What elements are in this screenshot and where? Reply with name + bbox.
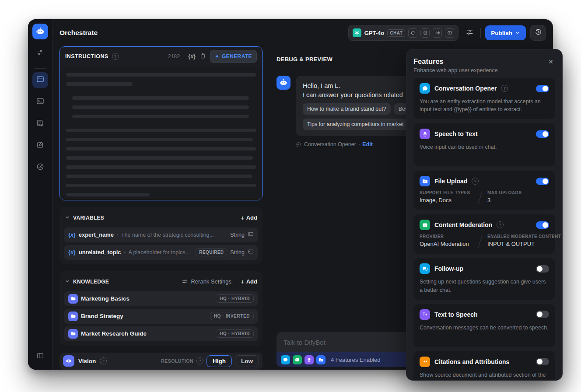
knowledge-section: KNOWLEDGE Rerank Settings +Add Mark [60, 271, 262, 346]
generate-label: GENERATE [222, 53, 252, 60]
knowledge-row[interactable]: Market Research Guide HQ · HYBRID [64, 326, 258, 341]
add-label: Add [246, 214, 257, 221]
chevron-down-icon[interactable] [65, 214, 70, 222]
divider [184, 53, 184, 60]
features-panel-subtitle: Enhance web app user experience [413, 67, 498, 74]
gauge-icon [36, 162, 45, 173]
sidebar-item-annotations[interactable] [32, 138, 48, 154]
sidebar-item-logs[interactable] [32, 116, 48, 132]
conversation-opener-mini-icon [281, 355, 290, 364]
speech-to-text-toggle[interactable] [536, 130, 549, 138]
conversation-opener-toggle[interactable] [536, 85, 549, 92]
feature-card-citations: Citations and Attributions Show source d… [413, 351, 555, 381]
separator-dot [117, 234, 118, 235]
folder-icon [68, 312, 78, 321]
publish-button[interactable]: Publish [485, 25, 526, 40]
input-field-icon [248, 231, 254, 239]
feature-card-follow-up: Follow-up Setting up next questions sugg… [413, 258, 555, 299]
feature-title: Follow-up [434, 265, 463, 272]
help-icon[interactable]: ? [501, 85, 508, 92]
add-label: Add [246, 278, 257, 285]
history-icon [535, 28, 542, 38]
knowledge-badge: HQ · HYBRID [216, 294, 254, 303]
required-badge: REQUIRED [196, 248, 227, 256]
eye-icon [63, 355, 74, 367]
feature-title: Conversation Opener [434, 85, 497, 92]
plus-icon: + [241, 278, 245, 285]
feature-title: Citations and Attributions [434, 358, 509, 365]
variable-description: The name of the strategic consulting... [121, 232, 227, 238]
instructions-editor[interactable] [60, 66, 262, 200]
microphone-icon [420, 129, 430, 139]
folder-icon [68, 294, 78, 304]
citations-toggle[interactable] [536, 358, 549, 365]
help-icon[interactable]: ? [472, 178, 479, 185]
sidebar-collapse-button[interactable] [32, 349, 48, 364]
help-icon[interactable]: ? [112, 53, 119, 60]
chevron-down-icon[interactable] [65, 278, 70, 286]
feature-description: Voice input can be used in chat. [420, 143, 549, 151]
knowledge-row[interactable]: Brand Strategy HQ · INVERTED [64, 309, 258, 324]
text-to-speech-icon [420, 309, 430, 320]
content-moderation-toggle[interactable] [536, 221, 549, 229]
bot-avatar [276, 76, 290, 90]
feature-title: Text to Speech [434, 311, 478, 318]
text-skeleton-line [66, 138, 253, 141]
file-upload-toggle[interactable] [536, 178, 549, 185]
text-skeleton-line [72, 115, 249, 118]
rerank-settings-button[interactable]: Rerank Settings [182, 278, 231, 285]
suggestion-chip[interactable]: Tips for analyzing competitors in market [303, 119, 408, 130]
insert-variable-button[interactable]: {x} [188, 53, 196, 60]
sidebar-item-terminal[interactable] [32, 94, 48, 110]
close-icon[interactable]: ✕ [546, 57, 555, 66]
sidebar-item-monitoring[interactable] [32, 160, 48, 175]
feature-card-conversation-opener: Conversation Opener ? You are an entity … [413, 78, 555, 119]
text-skeleton-line [66, 147, 256, 150]
variable-row[interactable]: {x} expert_name The name of the strategi… [64, 228, 258, 242]
sidebar-item-settings[interactable] [32, 46, 48, 61]
quote-icon [420, 357, 430, 367]
copy-button[interactable] [200, 52, 206, 61]
help-icon[interactable]: ? [196, 357, 203, 364]
instructions-panel: INSTRUCTIONS ? 2182 {x} ✦ GENERATE [60, 46, 262, 200]
version-history-button[interactable] [530, 25, 546, 41]
robot-icon [35, 27, 45, 36]
vision-title: Vision [78, 358, 96, 364]
variable-row[interactable]: {x} unrelated_topic A placeholder for to… [64, 245, 258, 260]
resolution-high-button[interactable]: High [206, 355, 232, 367]
add-knowledge-button[interactable]: +Add [241, 278, 257, 285]
text-skeleton-line [66, 184, 256, 187]
robot-icon [279, 78, 288, 87]
add-variable-button[interactable]: +Add [241, 214, 257, 221]
field-label: PROVIDER [420, 234, 477, 239]
slash-divider [478, 235, 482, 248]
text-to-speech-toggle[interactable] [536, 311, 549, 318]
top-bar: Orchestrate GPT-4o CHAT Publish [52, 19, 553, 46]
suggestion-chip[interactable]: How to make a brand stand out? [303, 103, 391, 115]
generate-button[interactable]: ✦ GENERATE [210, 50, 257, 63]
document-capability-icon [420, 28, 430, 38]
sidebar-item-orchestrate[interactable] [32, 72, 48, 88]
help-icon[interactable]: ? [497, 221, 504, 228]
help-icon[interactable]: ? [100, 357, 107, 364]
follow-up-toggle[interactable] [536, 265, 549, 273]
model-selector[interactable]: GPT-4o CHAT [348, 25, 459, 41]
resolution-low-button[interactable]: Low [235, 355, 259, 367]
knowledge-badge: HQ · HYBRID [216, 329, 254, 338]
model-mode-badge: CHAT [387, 29, 405, 37]
app-logo[interactable] [32, 24, 48, 39]
edit-opener-link[interactable]: Edit [362, 141, 373, 147]
publish-label: Publish [491, 30, 512, 36]
feature-description: You are an entity extraction model that … [420, 98, 549, 113]
text-skeleton-line [66, 175, 252, 178]
knowledge-row[interactable]: Marketing Basics HQ · HYBRID [64, 291, 258, 306]
audio-capability-icon [433, 28, 442, 38]
knowledge-name: Market Research Guide [81, 330, 213, 337]
field-value: 3 [487, 197, 522, 203]
knowledge-title: KNOWLEDGE [73, 279, 109, 285]
divider [236, 278, 236, 285]
openai-logo-icon [353, 28, 361, 37]
field-value: Image, Docs [420, 197, 477, 203]
character-count: 2182 [168, 53, 180, 60]
model-parameters-button[interactable] [463, 26, 476, 39]
